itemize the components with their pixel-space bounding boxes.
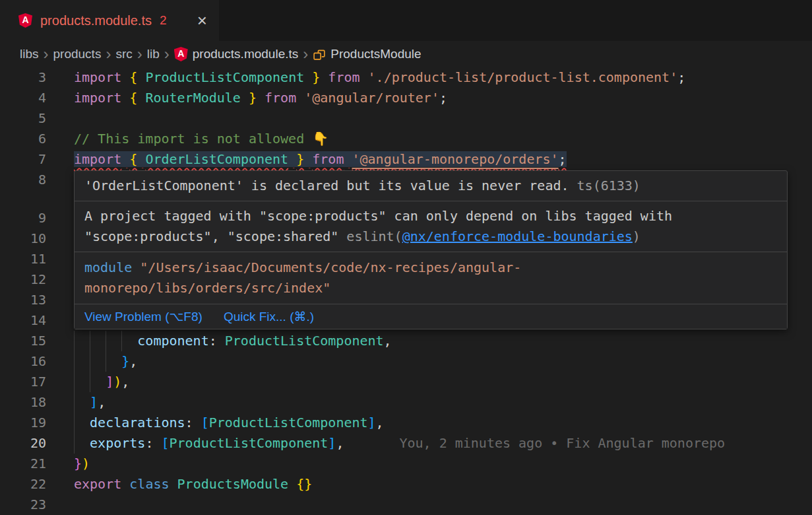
code-token: ; [559, 151, 567, 167]
code-line[interactable]: 18], [0, 392, 812, 413]
code-line[interactable]: 21}) [0, 454, 812, 474]
breadcrumb-item-symbol[interactable]: ProductsModule [313, 47, 421, 61]
code-token: { [129, 90, 137, 106]
line-number[interactable]: 8 [0, 170, 74, 190]
code-line[interactable]: 3import { ProductListComponent } from '.… [0, 67, 812, 88]
line-number[interactable]: 15 [0, 331, 74, 351]
code-content [74, 495, 812, 515]
code-token [121, 69, 129, 85]
line-number[interactable]: 14 [0, 310, 74, 331]
line-number[interactable]: 13 [0, 290, 74, 310]
code-token [137, 151, 145, 167]
eslint-rule-prefix: eslint( [346, 228, 402, 244]
code-content: import { RouterModule } from '@angular/r… [74, 88, 812, 108]
code-content [74, 108, 812, 129]
breadcrumb-item-file[interactable]: A products.module.ts [174, 47, 299, 61]
code-line[interactable]: 7import { OrderListComponent } from '@an… [0, 149, 812, 170]
breadcrumb-item-products[interactable]: products [53, 47, 102, 61]
code-line[interactable]: 19declarations: [ProductListComponent], [0, 413, 812, 433]
eslint-rule-suffix: ) [633, 228, 640, 244]
close-icon[interactable]: × [197, 12, 207, 29]
code-content: // This import is not allowed 👇 [74, 129, 812, 149]
chevron-right-icon: › [298, 46, 313, 62]
line-number[interactable]: 6 [0, 129, 74, 149]
angular-icon: A [174, 47, 188, 61]
line-number[interactable]: 7 [0, 149, 74, 170]
code-token: } [249, 90, 257, 106]
indent-guide [121, 331, 137, 351]
code-token: : [185, 415, 201, 430]
git-blame-annotation: You, 2 minutes ago • Fix Angular monorep… [399, 435, 725, 451]
code-editor: 3import { ProductListComponent } from '.… [0, 67, 812, 515]
hover-module-info: module "/Users/isaac/Documents/code/nx-r… [75, 252, 787, 304]
code-line[interactable]: 16}, [0, 351, 812, 372]
eslint-message-line2-text: "scope:products", "scope:shared" [84, 228, 338, 244]
indent-guide [90, 351, 106, 372]
line-number[interactable]: 22 [0, 474, 74, 495]
line-number[interactable]: 18 [0, 392, 74, 413]
code-line[interactable]: 5 [0, 108, 812, 129]
code-token: import [74, 90, 121, 106]
line-number[interactable]: 3 [0, 67, 74, 88]
tab-problem-badge: 2 [160, 13, 167, 28]
breadcrumb-item-lib[interactable]: lib [147, 47, 160, 61]
tab-title: products.module.ts [40, 13, 152, 28]
eslint-rule-link[interactable]: @nx/enforce-module-boundaries [402, 228, 633, 244]
tab-products-module[interactable]: A products.module.ts 2 × [0, 0, 219, 41]
line-number[interactable]: 23 [0, 495, 74, 515]
breadcrumb-item-libs[interactable]: libs [20, 47, 39, 61]
code-token: } [121, 353, 129, 369]
code-line[interactable]: 20exports: [ProductListComponent],You, 2… [0, 433, 812, 454]
code-line[interactable]: 15component: ProductListComponent, [0, 331, 812, 351]
line-number[interactable]: 9 [0, 208, 74, 228]
chevron-right-icon: › [133, 46, 147, 62]
line-number[interactable]: 5 [0, 108, 74, 129]
code-token: RouterModule [145, 90, 241, 106]
code-token: OrderListComponent [145, 151, 288, 167]
code-token: , [336, 435, 344, 451]
line-number[interactable]: 19 [0, 413, 74, 433]
code-token: from [328, 69, 359, 85]
code-content: ], [74, 392, 812, 413]
view-problem-button[interactable]: View Problem (⌥F8) [84, 306, 203, 327]
line-number[interactable]: 12 [0, 269, 74, 290]
indent-guide [90, 372, 106, 392]
code-line[interactable]: 6// This import is not allowed 👇 [0, 129, 812, 149]
line-number[interactable]: 21 [0, 454, 74, 474]
code-token [296, 90, 304, 106]
code-line[interactable]: 22export class ProductsModule {} [0, 474, 812, 495]
quick-fix-button[interactable]: Quick Fix... (⌘.) [224, 306, 314, 327]
indent-guide [74, 433, 90, 454]
hover-status-bar: View Problem (⌥F8) Quick Fix... (⌘.) [75, 304, 787, 329]
chevron-right-icon: › [39, 46, 53, 62]
code-token [288, 476, 296, 492]
code-token: class [129, 476, 169, 492]
code-line[interactable]: 17]), [0, 372, 812, 392]
line-number[interactable]: 17 [0, 372, 74, 392]
code-token: 👇 [312, 131, 328, 147]
code-line[interactable]: 4import { RouterModule } from '@angular/… [0, 88, 812, 108]
code-token: ) [113, 374, 121, 390]
breadcrumb-item-src[interactable]: src [115, 47, 132, 61]
code-content: }, [74, 351, 812, 372]
code-token: { [129, 69, 137, 85]
line-number[interactable]: 4 [0, 88, 74, 108]
line-number[interactable]: 20 [0, 433, 74, 454]
line-number[interactable]: 11 [0, 249, 74, 269]
code-line[interactable]: 23 [0, 495, 812, 515]
code-token: ProductListComponent [209, 415, 368, 430]
code-token: ProductListComponent [170, 435, 328, 451]
chevron-right-icon: › [160, 46, 174, 62]
indent-guide [106, 331, 121, 351]
code-content: declarations: [ProductListComponent], [74, 413, 812, 433]
indent-guide [90, 331, 106, 351]
code-token [121, 151, 129, 167]
hover-ts-diagnostic: 'OrderListComponent' is declared but its… [75, 171, 787, 201]
line-number[interactable]: 10 [0, 228, 74, 249]
code-token: from [312, 151, 344, 167]
line-number[interactable]: 16 [0, 351, 74, 372]
code-token: , [98, 394, 106, 410]
breadcrumb-file-label: products.module.ts [193, 47, 299, 61]
code-content: component: ProductListComponent, [74, 331, 812, 351]
code-token: component [137, 333, 208, 349]
